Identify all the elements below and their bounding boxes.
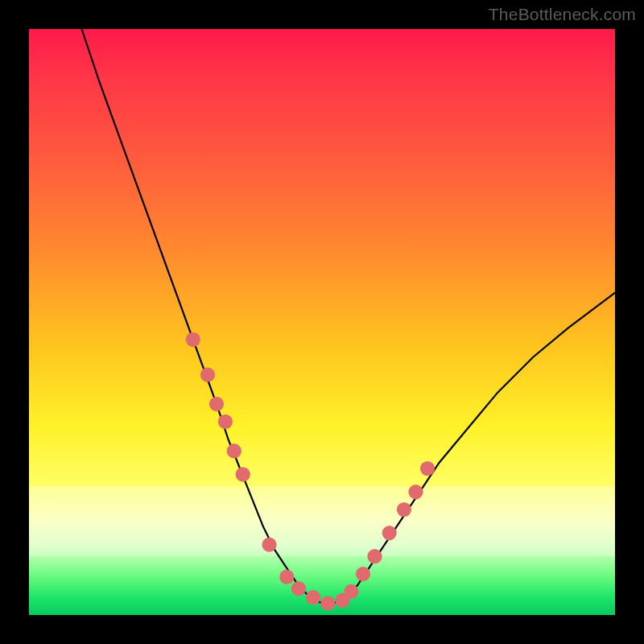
marker-dot bbox=[382, 526, 397, 540]
marker-dot bbox=[306, 590, 320, 605]
plot-area bbox=[29, 29, 615, 615]
chart-frame: TheBottleneck.com bbox=[0, 0, 644, 644]
marker-dot bbox=[420, 461, 435, 476]
curve-layer bbox=[29, 29, 615, 615]
marker-dot bbox=[200, 367, 215, 382]
marker-dot bbox=[186, 332, 200, 347]
marker-dot bbox=[320, 596, 335, 610]
marker-group bbox=[186, 332, 435, 611]
marker-dot bbox=[408, 485, 423, 499]
marker-dot bbox=[291, 581, 306, 596]
marker-dot bbox=[227, 444, 242, 458]
marker-dot bbox=[367, 549, 382, 564]
marker-dot bbox=[344, 584, 358, 599]
marker-dot bbox=[218, 415, 233, 429]
marker-dot bbox=[279, 570, 294, 584]
bottleneck-curve bbox=[82, 29, 616, 603]
marker-dot bbox=[397, 502, 411, 517]
marker-dot bbox=[262, 538, 276, 552]
watermark-text: TheBottleneck.com bbox=[489, 5, 636, 24]
marker-dot bbox=[209, 397, 224, 411]
marker-dot bbox=[236, 467, 250, 481]
marker-dot bbox=[356, 567, 370, 581]
